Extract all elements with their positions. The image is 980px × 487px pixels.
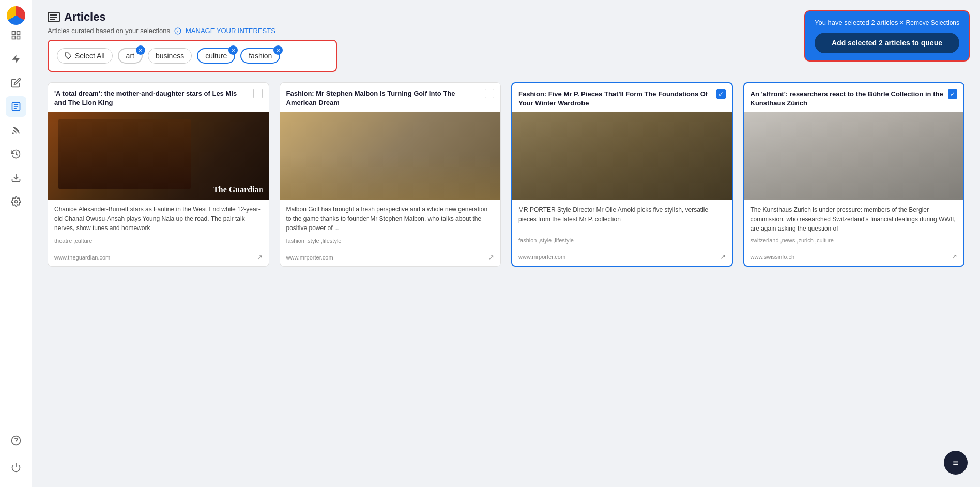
card-title-3: Fashion: Five Mr P. Pieces That'll Form … xyxy=(518,89,716,108)
manage-interests-link[interactable]: MANAGE YOUR INTERESTS xyxy=(186,27,275,35)
svg-rect-2 xyxy=(12,36,15,39)
sidebar-item-bolt[interactable] xyxy=(6,49,26,69)
card-image-4 xyxy=(744,112,964,200)
card-image-1: The Guardian xyxy=(48,112,269,200)
svg-rect-1 xyxy=(17,32,20,35)
card-image-2 xyxy=(280,112,501,200)
sidebar-item-rss[interactable] xyxy=(6,120,26,141)
sidebar-item-settings[interactable] xyxy=(6,191,26,212)
article-card-2: Fashion: Mr Stephen Malbon Is Turning Go… xyxy=(280,82,501,267)
card-body-3: MR PORTER Style Director Mr Olie Arnold … xyxy=(512,200,732,253)
tag-close-culture[interactable]: ✕ xyxy=(228,45,238,55)
sidebar-item-edit[interactable] xyxy=(6,72,26,93)
tag-label-culture: culture xyxy=(205,52,227,60)
card-footer-2: www.mrporter.com ↗ xyxy=(280,253,501,266)
card-image-3 xyxy=(512,112,732,200)
card-header-2: Fashion: Mr Stephen Malbon Is Turning Go… xyxy=(280,83,501,112)
filter-tag-culture[interactable]: culture ✕ xyxy=(197,48,235,64)
articles-grid: 'A total dream': the mother-and-daughter… xyxy=(48,82,964,267)
card-source-4: www.swissinfo.ch xyxy=(751,254,795,260)
card-checkbox-3[interactable]: ✓ xyxy=(716,89,726,99)
svg-rect-0 xyxy=(12,32,15,35)
card-tags-1: theatre ,culture xyxy=(54,238,263,244)
card-source-2: www.mrporter.com xyxy=(286,254,333,261)
card-desc-2: Malbon Golf has brought a fresh perspect… xyxy=(286,205,495,233)
external-link-4[interactable]: ↗ xyxy=(952,253,957,261)
external-link-3[interactable]: ↗ xyxy=(720,253,726,261)
fab-button[interactable]: ≡ xyxy=(944,451,968,475)
banner-info-text: You have selected 2 articles xyxy=(815,19,898,26)
card-tags-4: switzerland ,news ,zurich ,culture xyxy=(751,237,958,244)
article-card-3: Fashion: Five Mr P. Pieces That'll Form … xyxy=(511,82,733,267)
card-source-1: www.theguardian.com xyxy=(54,254,110,261)
card-title-1: 'A total dream': the mother-and-daughter… xyxy=(54,89,253,108)
banner-top: You have selected 2 articles ✕ Remove Se… xyxy=(815,19,959,26)
select-all-button[interactable]: Select All xyxy=(57,48,113,64)
filter-tag-business[interactable]: business xyxy=(148,48,192,64)
tag-label-art: art xyxy=(126,52,134,60)
card-checkbox-1[interactable] xyxy=(253,89,263,98)
sidebar-item-dashboard[interactable] xyxy=(6,25,26,45)
card-tags-2: fashion ,style ,lifestyle xyxy=(286,238,495,244)
card-title-2: Fashion: Mr Stephen Malbon Is Turning Go… xyxy=(286,89,485,108)
sidebar-item-articles[interactable] xyxy=(6,96,26,117)
tag-label-fashion: fashion xyxy=(249,52,272,60)
remove-selections-link[interactable]: ✕ Remove Selections xyxy=(899,19,959,26)
article-card-4: An 'affront': researchers react to the B… xyxy=(743,82,965,267)
tag-label-business: business xyxy=(156,52,184,60)
article-card-1: 'A total dream': the mother-and-daughter… xyxy=(48,82,269,267)
card-desc-4: The Kunsthaus Zurich is under pressure: … xyxy=(751,205,958,233)
external-link-2[interactable]: ↗ xyxy=(488,253,494,261)
card-body-4: The Kunsthaus Zurich is under pressure: … xyxy=(744,200,964,253)
sidebar-item-history[interactable] xyxy=(6,144,26,164)
sidebar-item-download[interactable] xyxy=(6,168,26,188)
card-checkbox-2[interactable] xyxy=(485,89,494,98)
sidebar-item-help[interactable] xyxy=(6,430,26,451)
card-tags-3: fashion ,style ,lifestyle xyxy=(518,237,726,244)
card-header-1: 'A total dream': the mother-and-daughter… xyxy=(48,83,269,112)
card-source-3: www.mrporter.com xyxy=(518,254,565,260)
card-body-1: Chanice Alexander-Burnett stars as Fanti… xyxy=(48,200,269,253)
page-title: Articles xyxy=(48,10,106,24)
sidebar xyxy=(0,0,32,487)
main-content: Articles Articles curated based on your … xyxy=(32,0,980,487)
svg-point-8 xyxy=(12,132,13,134)
svg-rect-3 xyxy=(17,36,20,39)
card-footer-4: www.swissinfo.ch ↗ xyxy=(744,253,964,266)
card-body-2: Malbon Golf has brought a fresh perspect… xyxy=(280,200,501,253)
card-footer-1: www.theguardian.com ↗ xyxy=(48,253,269,266)
card-desc-1: Chanice Alexander-Burnett stars as Fanti… xyxy=(54,205,263,233)
tag-close-fashion[interactable]: ✕ xyxy=(273,45,283,55)
svg-point-10 xyxy=(14,201,17,203)
sidebar-item-power[interactable] xyxy=(6,457,26,478)
filter-box: Select All art ✕ business culture ✕ fash… xyxy=(48,40,337,72)
fab-icon: ≡ xyxy=(953,457,959,469)
filter-tag-art[interactable]: art ✕ xyxy=(118,48,143,64)
filter-tag-fashion[interactable]: fashion ✕ xyxy=(240,48,280,64)
selection-banner: You have selected 2 articles ✕ Remove Se… xyxy=(804,10,970,62)
app-logo xyxy=(7,6,25,25)
card-footer-3: www.mrporter.com ↗ xyxy=(512,253,732,266)
external-link-1[interactable]: ↗ xyxy=(257,253,263,261)
select-all-label: Select All xyxy=(75,52,105,60)
card-title-4: An 'affront': researchers react to the B… xyxy=(751,89,948,108)
card-checkbox-4[interactable]: ✓ xyxy=(948,89,957,99)
tag-close-art[interactable]: ✕ xyxy=(136,45,145,55)
card-header-3: Fashion: Five Mr P. Pieces That'll Form … xyxy=(512,83,732,112)
card-header-4: An 'affront': researchers react to the B… xyxy=(744,83,964,112)
subtitle-text: Articles curated based on your selection… xyxy=(48,27,170,35)
add-to-queue-button[interactable]: Add selected 2 articles to queue xyxy=(815,33,959,53)
card-desc-3: MR PORTER Style Director Mr Olie Arnold … xyxy=(518,205,726,224)
